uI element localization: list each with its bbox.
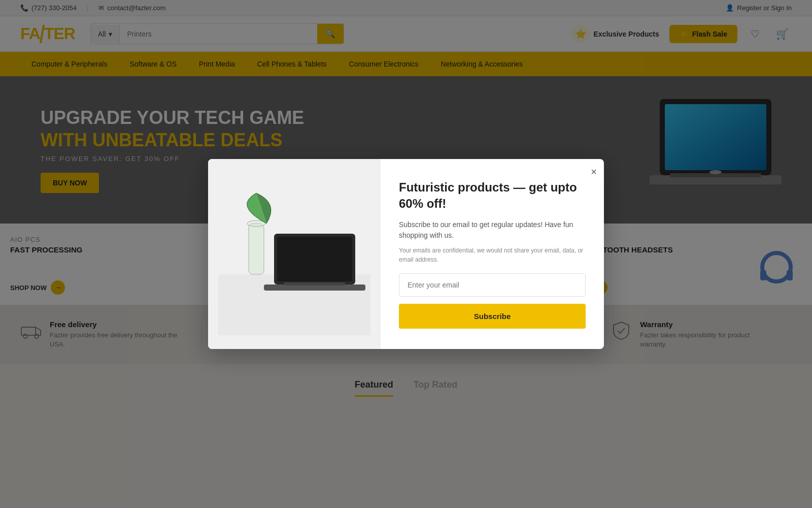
modal-overlay[interactable]: × Futuristic products — get upto 60% off… (0, 0, 812, 508)
modal-laptop-svg (218, 173, 370, 335)
svg-rect-28 (249, 224, 264, 274)
modal-subscribe-button[interactable]: Subscribe (399, 304, 586, 329)
svg-rect-32 (278, 238, 351, 280)
modal-email-input[interactable] (399, 273, 586, 297)
modal-content: × Futuristic products — get upto 60% off… (381, 159, 604, 348)
modal-title: Futuristic products — get upto 60% off! (399, 179, 586, 211)
modal: × Futuristic products — get upto 60% off… (208, 159, 604, 348)
svg-rect-34 (284, 282, 345, 285)
modal-sub: Subscribe to our email to get regular up… (399, 219, 586, 241)
modal-close-button[interactable]: × (591, 166, 597, 178)
modal-privacy: Your emails are confidential, we would n… (399, 246, 586, 264)
modal-image (208, 159, 381, 348)
